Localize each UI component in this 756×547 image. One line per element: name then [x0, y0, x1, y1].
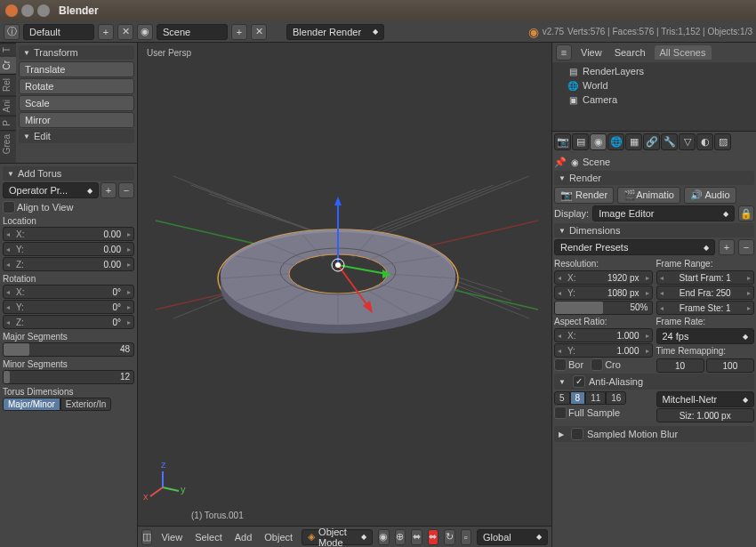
tab-relations[interactable]: Rel	[0, 74, 16, 95]
res-percentage-slider[interactable]: 50%	[554, 301, 653, 315]
pivot-icon[interactable]: ⊕	[395, 529, 406, 545]
window-maximize[interactable]	[37, 4, 50, 17]
aa-8[interactable]: 8	[570, 391, 586, 405]
outliner-item-world[interactable]: 🌐World	[554, 78, 754, 93]
ptab-constraints[interactable]: 🔗	[643, 133, 660, 150]
dimensions-panel-header[interactable]: ▼Dimensions	[554, 223, 754, 237]
manipulator-rotate[interactable]: ↻	[444, 529, 454, 545]
mirror-button[interactable]: Mirror	[19, 112, 134, 128]
crop-checkbox[interactable]	[591, 358, 603, 371]
aa-11[interactable]: 11	[585, 391, 606, 405]
delete-scene-button[interactable]: ✕	[251, 24, 267, 40]
motion-blur-checkbox[interactable]	[571, 428, 583, 440]
aspect-x-field[interactable]: ◂X:1.000▸	[554, 328, 653, 342]
dim-mode-major-minor[interactable]: Major/Minor	[3, 398, 60, 411]
outliner-item-camera[interactable]: ▣Camera	[554, 93, 754, 107]
border-checkbox[interactable]	[554, 358, 567, 371]
start-frame-field[interactable]: ◂Start Fram: 1▸	[656, 270, 755, 285]
rotation-z-field[interactable]: ◂Z:0°▸	[3, 315, 134, 329]
scene-select[interactable]: Scene	[157, 24, 228, 40]
end-frame-field[interactable]: ◂End Fra: 250▸	[656, 286, 755, 300]
tab-grease[interactable]: Grea	[0, 130, 16, 157]
tab-physics[interactable]: P	[0, 116, 16, 130]
screen-layout-select[interactable]: Default	[23, 24, 94, 40]
rotate-button[interactable]: Rotate	[19, 78, 134, 94]
full-sample-checkbox[interactable]	[554, 406, 567, 419]
lock-interface-icon[interactable]: 🔒	[738, 205, 754, 221]
outliner-mode-select[interactable]: All Scenes	[655, 45, 712, 60]
ptab-world[interactable]: 🌐	[607, 133, 624, 150]
align-to-view-checkbox[interactable]	[3, 201, 15, 213]
ptab-modifiers[interactable]: 🔧	[661, 133, 678, 150]
render-presets-select[interactable]: Render Presets◆	[554, 239, 715, 255]
mode-select[interactable]: ◈Object Mode◆	[302, 529, 373, 545]
add-layout-button[interactable]: +	[98, 24, 114, 40]
frame-step-field[interactable]: ◂Frame Ste: 1▸	[656, 301, 755, 315]
res-y-field[interactable]: ◂Y:1080 px▸	[554, 286, 653, 300]
animation-button[interactable]: 🎬Animatio	[617, 187, 680, 204]
outliner-item-renderlayers[interactable]: ▤RenderLayers	[554, 64, 754, 78]
outliner-search-menu[interactable]: Search	[611, 47, 649, 58]
fps-select[interactable]: 24 fps◆	[656, 328, 755, 344]
remap-new-field[interactable]: 100	[706, 358, 754, 373]
aa-16[interactable]: 16	[606, 391, 626, 405]
menu-object[interactable]: Object	[261, 532, 296, 543]
manipulator-translate[interactable]: ⬌	[428, 529, 438, 545]
ptab-texture[interactable]: ▨	[714, 133, 731, 150]
minor-segments-slider[interactable]: 12	[3, 370, 134, 384]
location-z-field[interactable]: ◂Z:0.00▸	[3, 257, 134, 271]
transform-panel-header[interactable]: ▼Transform	[19, 45, 134, 60]
operator-panel-header[interactable]: ▼Add Torus	[3, 166, 134, 181]
add-scene-button[interactable]: +	[231, 24, 247, 40]
window-close[interactable]	[5, 4, 18, 17]
aspect-y-field[interactable]: ◂Y:1.000▸	[554, 343, 653, 358]
3d-viewport[interactable]: User Persp	[138, 43, 551, 547]
render-engine-select[interactable]: Blender Render◆	[286, 24, 384, 40]
scene-icon[interactable]: ◉	[137, 24, 153, 40]
aa-5[interactable]: 5	[554, 391, 570, 405]
ptab-layers[interactable]: ▤	[572, 133, 589, 150]
scale-button[interactable]: Scale	[19, 95, 134, 111]
aa-size-field[interactable]: Siz: 1.000 px	[656, 408, 755, 422]
menu-add[interactable]: Add	[231, 532, 256, 543]
ptab-render[interactable]: 📷	[554, 133, 571, 150]
location-x-field[interactable]: ◂X:0.00▸	[3, 227, 134, 241]
render-panel-header[interactable]: ▼Render	[554, 171, 754, 185]
add-render-preset[interactable]: +	[719, 239, 735, 255]
shading-solid-icon[interactable]: ◉	[378, 529, 389, 545]
antialiasing-checkbox[interactable]	[573, 375, 585, 388]
antialiasing-panel-header[interactable]: ▼Anti-Aliasing	[554, 374, 754, 390]
editor-type-viewport[interactable]: ◫	[141, 529, 152, 545]
window-minimize[interactable]	[21, 4, 34, 17]
render-button[interactable]: 📷 Render	[554, 187, 614, 204]
aa-filter-select[interactable]: Mitchell-Netr◆	[656, 391, 755, 407]
remap-old-field[interactable]: 10	[656, 358, 704, 373]
outliner-view-menu[interactable]: View	[577, 47, 606, 58]
remove-preset-button[interactable]: −	[118, 182, 134, 198]
remove-render-preset[interactable]: −	[738, 239, 754, 255]
delete-layout-button[interactable]: ✕	[117, 24, 133, 40]
orientation-select[interactable]: Global◆	[477, 529, 548, 545]
tab-tools[interactable]: T	[0, 43, 16, 56]
edit-panel-header[interactable]: ▼Edit	[19, 129, 134, 143]
manipulator-toggle[interactable]: ⬌	[411, 529, 422, 545]
rotation-y-field[interactable]: ◂Y:0°▸	[3, 300, 134, 314]
dim-mode-exterior-interior[interactable]: Exterior/In	[60, 398, 112, 411]
menu-select[interactable]: Select	[191, 532, 226, 543]
menu-view[interactable]: View	[157, 532, 186, 543]
translate-button[interactable]: Translate	[19, 61, 134, 77]
ptab-scene[interactable]: ◉	[590, 133, 607, 150]
tab-create[interactable]: Cr	[0, 56, 16, 74]
editor-type-icon[interactable]: ⓘ	[4, 24, 20, 40]
major-segments-slider[interactable]: 48	[3, 342, 134, 357]
manipulator-scale[interactable]: ▫	[461, 529, 471, 545]
motion-blur-panel-header[interactable]: ▶Sampled Motion Blur	[554, 426, 754, 442]
audio-button[interactable]: 🔊 Audio	[684, 187, 736, 204]
tab-animation[interactable]: Ani	[0, 95, 16, 116]
outliner-editor-icon[interactable]: ≡	[556, 44, 572, 60]
ptab-object[interactable]: ▦	[625, 133, 642, 150]
rotation-x-field[interactable]: ◂X:0°▸	[3, 285, 134, 299]
ptab-data[interactable]: ▽	[679, 133, 696, 150]
display-select[interactable]: Image Editor◆	[592, 205, 735, 221]
pin-icon[interactable]: 📌	[554, 157, 567, 168]
